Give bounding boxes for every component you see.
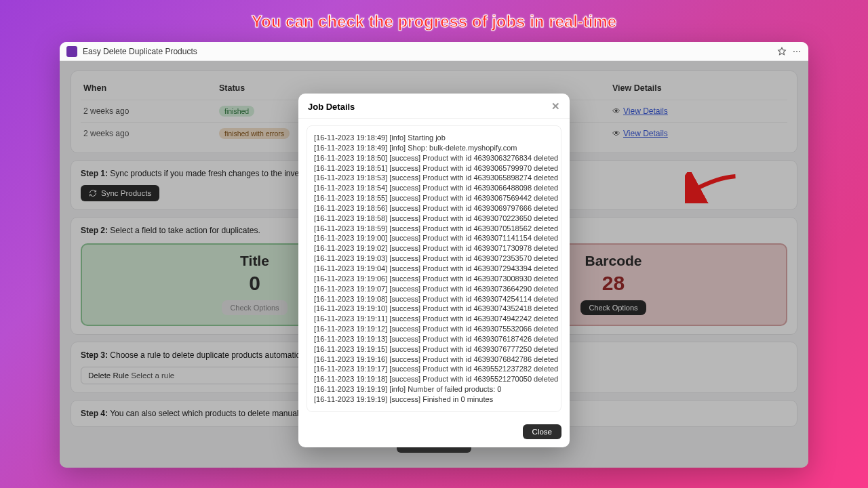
modal-close-icon[interactable]: ✕ <box>551 100 560 113</box>
log-line: [16-11-2023 19:19:10] [success] Product … <box>314 304 554 314</box>
log-line: [16-11-2023 19:19:11] [success] Product … <box>314 314 554 324</box>
job-log: [16-11-2023 19:18:49] [info] Starting jo… <box>307 125 561 412</box>
svg-point-0 <box>793 51 795 52</box>
log-line: [16-11-2023 19:18:51] [success] Product … <box>314 163 554 174</box>
app-icon <box>66 46 77 57</box>
app-header: Easy Delete Duplicate Products <box>60 42 808 61</box>
job-details-modal: Job Details ✕ [16-11-2023 19:18:49] [inf… <box>298 94 570 447</box>
log-line: [16-11-2023 19:19:03] [success] Product … <box>314 253 554 264</box>
app-title: Easy Delete Duplicate Products <box>83 47 197 56</box>
log-line: [16-11-2023 19:18:49] [info] Starting jo… <box>314 133 554 143</box>
modal-title: Job Details <box>308 102 355 112</box>
log-line: [16-11-2023 19:18:50] [success] Product … <box>314 153 554 163</box>
log-line: [16-11-2023 19:19:07] [success] Product … <box>314 284 554 294</box>
log-line: [16-11-2023 19:19:00] [success] Product … <box>314 233 554 243</box>
svg-point-1 <box>796 51 797 52</box>
promo-banner: You can check the progress of jobs in re… <box>0 12 868 31</box>
log-line: [16-11-2023 19:19:19] [info] Number of f… <box>314 384 554 394</box>
log-line: [16-11-2023 19:19:15] [success] Product … <box>314 344 554 354</box>
log-line: [16-11-2023 19:19:18] [success] Product … <box>314 374 554 384</box>
modal-overlay: Job Details ✕ [16-11-2023 19:18:49] [inf… <box>60 61 808 468</box>
log-line: [16-11-2023 19:19:13] [success] Product … <box>314 334 554 344</box>
log-line: [16-11-2023 19:18:59] [success] Product … <box>314 224 554 234</box>
log-line: [16-11-2023 19:19:04] [success] Product … <box>314 264 554 274</box>
modal-close-button[interactable]: Close <box>523 424 561 439</box>
app-window: Easy Delete Duplicate Products When Stat… <box>60 42 808 468</box>
log-line: [16-11-2023 19:19:12] [success] Product … <box>314 324 554 334</box>
log-line: [16-11-2023 19:19:17] [success] Product … <box>314 364 554 374</box>
more-icon[interactable] <box>792 47 802 56</box>
log-line: [16-11-2023 19:18:56] [success] Product … <box>314 203 554 214</box>
log-line: [16-11-2023 19:18:49] [info] Shop: bulk-… <box>314 143 554 153</box>
pin-icon[interactable] <box>777 47 787 56</box>
app-body: When Status View Details 2 weeks agofini… <box>60 61 808 468</box>
log-line: [16-11-2023 19:18:55] [success] Product … <box>314 193 554 203</box>
log-line: [16-11-2023 19:18:58] [success] Product … <box>314 214 554 224</box>
log-line: [16-11-2023 19:19:06] [success] Product … <box>314 274 554 284</box>
svg-point-2 <box>799 51 800 52</box>
log-line: [16-11-2023 19:19:16] [success] Product … <box>314 354 554 365</box>
log-line: [16-11-2023 19:19:02] [success] Product … <box>314 243 554 253</box>
log-line: [16-11-2023 19:19:19] [success] Finished… <box>314 394 554 405</box>
log-line: [16-11-2023 19:18:54] [success] Product … <box>314 183 554 193</box>
log-line: [16-11-2023 19:19:08] [success] Product … <box>314 294 554 304</box>
log-line: [16-11-2023 19:18:53] [success] Product … <box>314 173 554 183</box>
